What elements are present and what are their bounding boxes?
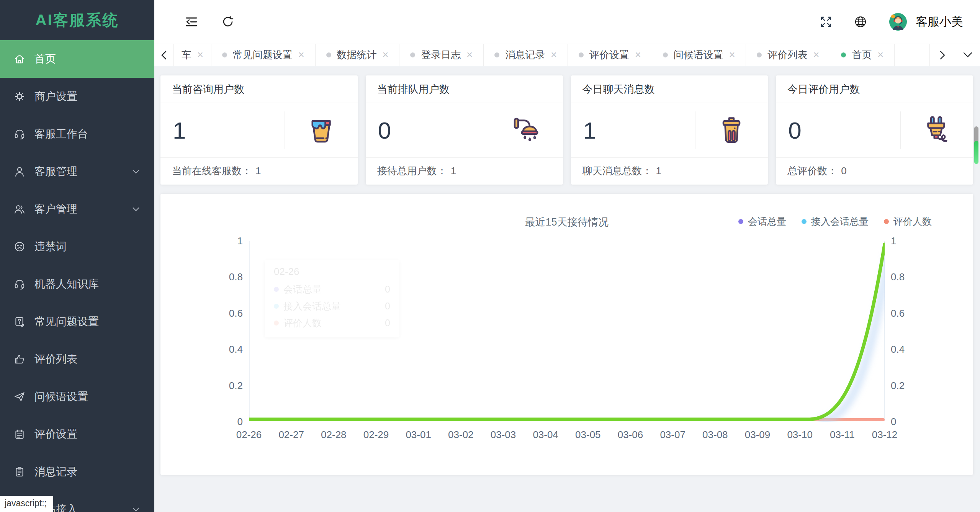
headset-icon [14, 128, 25, 140]
card-footer-value: 1 [255, 165, 261, 177]
tooltip-date: 02-26 [274, 266, 390, 278]
tab-data-stats[interactable]: 数据统计 × [316, 44, 400, 66]
notebook-icon [14, 429, 25, 440]
card-footer-value: 1 [656, 165, 661, 177]
tab-dot [841, 52, 846, 57]
sidebar-item-label: 问候语设置 [34, 389, 88, 404]
card-footer-value: 1 [451, 165, 456, 177]
sidebar-item-home[interactable]: 首页 [0, 40, 154, 78]
sidebar-item-agent-workbench[interactable]: 客服工作台 [0, 115, 154, 153]
tab-review-list[interactable]: 评价列表 × [746, 44, 830, 66]
sidebar-item-banned-words[interactable]: 违禁词 [0, 228, 154, 265]
collapse-sidebar-button[interactable] [185, 16, 198, 28]
sidebar-item-review-list[interactable]: 评价列表 [0, 340, 154, 378]
tooltip-series-name: 评价人数 [283, 317, 322, 329]
tab-label: 数据统计 [337, 48, 377, 62]
main-area: 客服小美 车 × 常见问题设置 × 数据统计 × 登录日志 × 消 [154, 0, 980, 512]
tooltip-dot [274, 287, 279, 292]
sidebar-item-robot-knowledge[interactable]: 机器人知识库 [0, 265, 154, 303]
tab-login-log[interactable]: 登录日志 × [399, 44, 484, 66]
card-title: 今日评价用户数 [776, 75, 973, 103]
legend-dot [738, 219, 743, 224]
sidebar-item-customer-management[interactable]: 客户管理 [0, 190, 154, 228]
stat-card-today-reviews: 今日评价用户数 0 总评价数： 0 [776, 75, 973, 185]
tab-close-icon[interactable]: × [813, 50, 819, 60]
tab-close-icon[interactable]: × [466, 50, 473, 60]
chevron-down-icon [132, 507, 140, 512]
chevron-down-icon [963, 52, 972, 58]
tab-close-icon[interactable]: × [729, 50, 735, 60]
legend-item-connected-sessions[interactable]: 接入会话总量 [802, 215, 869, 228]
sidebar-item-review-settings[interactable]: 评价设置 [0, 415, 154, 453]
stat-card-current-consulting: 当前咨询用户数 1 当前在线客服数： 1 [160, 75, 358, 185]
app-logo: AI客服系统 [0, 0, 154, 40]
user-menu[interactable]: 客服小美 [889, 13, 963, 31]
user-icon [14, 166, 25, 177]
sidebar-item-merchant-settings[interactable]: 商户设置 [0, 78, 154, 115]
tab-label: 问候语设置 [674, 48, 723, 62]
sidebar-item-message-log[interactable]: 消息记录 [0, 453, 154, 491]
sidebar-item-label: 违禁词 [34, 239, 67, 254]
fullscreen-button[interactable] [820, 16, 832, 28]
y-axis-tick-left: 1 [216, 235, 243, 247]
tabs-dropdown-button[interactable] [955, 44, 980, 66]
tab-close-icon[interactable]: × [197, 50, 203, 60]
tab-home[interactable]: 首页 × [830, 44, 895, 66]
tab-message-log[interactable]: 消息记录 × [484, 44, 568, 66]
card-footer-label: 聊天消息总数： [582, 164, 652, 178]
tabs-scroll-left-button[interactable] [154, 44, 173, 66]
y-axis-tick-right: 1 [891, 235, 896, 247]
y-axis-tick-right: 0.8 [891, 271, 905, 283]
gear-icon [14, 91, 25, 102]
thumb-up-icon [14, 353, 25, 365]
tab-dot [757, 52, 762, 57]
card-footer-label: 总评价数： [787, 164, 837, 178]
tab-close-icon[interactable]: × [298, 50, 304, 60]
scrollbar-thumb[interactable] [974, 141, 978, 164]
card-footer-label: 接待总用户数： [377, 164, 447, 178]
tab-greeting-settings[interactable]: 问候语设置 × [652, 44, 746, 66]
x-axis-tick: 03-12 [858, 429, 911, 441]
tabs-spacer [895, 44, 929, 66]
y-axis-tick-left: 0.4 [216, 344, 243, 355]
chevron-right-icon [939, 51, 946, 60]
sidebar-item-agent-management[interactable]: 客服管理 [0, 153, 154, 190]
tabs-bar: 车 × 常见问题设置 × 数据统计 × 登录日志 × 消息记录 × 评价设置 × [154, 44, 980, 66]
language-globe-button[interactable] [854, 16, 867, 28]
sidebar-item-label: 评价列表 [34, 352, 77, 366]
legend-item-sessions[interactable]: 会话总量 [738, 215, 786, 228]
tab-close-icon[interactable]: × [551, 50, 557, 60]
chart-legend: 会话总量 接入会话总量 评价人数 [738, 215, 932, 228]
sad-face-icon [14, 241, 25, 252]
tab-dot [410, 52, 415, 57]
y-axis-tick-right: 0.4 [891, 344, 905, 355]
sidebar-item-greeting-settings[interactable]: 问候语设置 [0, 378, 154, 415]
tab-close-icon[interactable]: × [383, 50, 389, 60]
y-axis-tick-left: 0.8 [216, 271, 243, 283]
chevron-down-icon [132, 207, 140, 211]
sidebar-item-faq-settings[interactable]: 常见问题设置 [0, 303, 154, 340]
tab-truncated[interactable]: 车 × [173, 44, 211, 66]
chevron-down-icon [132, 169, 140, 174]
tab-close-icon[interactable]: × [635, 50, 641, 60]
legend-label: 评价人数 [893, 215, 932, 228]
trash-can-icon [715, 114, 748, 146]
status-bar-link-hint: javascript:; [0, 496, 53, 512]
y-axis-tick-left: 0 [216, 416, 243, 428]
power-plug-icon [921, 114, 953, 146]
shower-icon [510, 114, 542, 146]
sidebar-item-label: 客服管理 [34, 164, 77, 179]
tooltip-series-value: 0 [385, 284, 390, 295]
tabs-scroll-right-button[interactable] [929, 44, 955, 66]
tab-review-settings[interactable]: 评价设置 × [568, 44, 652, 66]
card-footer-label: 当前在线客服数： [172, 164, 252, 178]
refresh-button[interactable] [222, 16, 234, 28]
tooltip-series-name: 会话总量 [283, 283, 322, 296]
legend-item-reviewers[interactable]: 评价人数 [884, 215, 932, 228]
tab-faq-settings[interactable]: 常见问题设置 × [211, 44, 316, 66]
topbar: 客服小美 [154, 0, 980, 44]
card-value: 1 [160, 117, 186, 144]
chart-panel: 最近15天接待情况 会话总量 接入会话总量 评价人数 [160, 194, 973, 475]
y-axis-tick-right: 0.6 [891, 308, 905, 319]
tab-close-icon[interactable]: × [877, 50, 883, 60]
